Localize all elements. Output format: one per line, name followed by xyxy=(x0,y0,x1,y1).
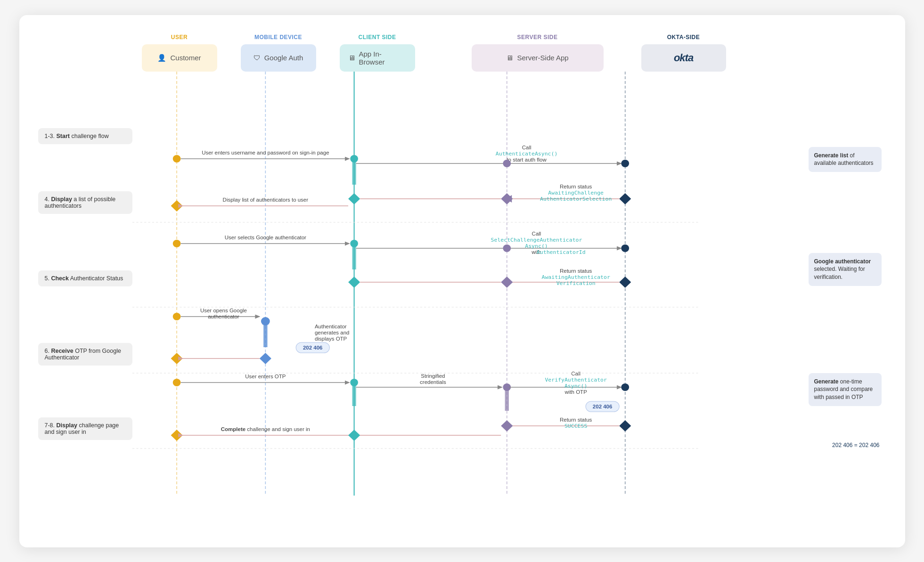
svg-rect-71 xyxy=(352,383,356,406)
actor-okta: okta xyxy=(641,44,726,72)
svg-text:to start auth flow: to start auth flow xyxy=(507,157,547,163)
svg-text:SUCCESS: SUCCESS xyxy=(564,423,587,429)
server-app-label: Server-Side App xyxy=(517,54,568,62)
actor-server-app: 🖥 Server-Side App xyxy=(472,44,604,72)
svg-text:AwaitingChallenge: AwaitingChallenge xyxy=(548,190,604,196)
svg-text:202 406: 202 406 xyxy=(303,345,322,350)
svg-point-67 xyxy=(172,379,180,386)
svg-text:AuthenticatorId: AuthenticatorId xyxy=(536,249,585,255)
diagram-area: Generate list of available authenticator… xyxy=(132,72,886,496)
app-browser-icon: 🖥 xyxy=(348,54,355,62)
lane-label-mobile: MOBILE DEVICE xyxy=(241,34,316,41)
actor-app-browser: 🖥 App In-Browser xyxy=(340,44,415,72)
svg-point-8 xyxy=(172,155,180,163)
svg-marker-85 xyxy=(619,420,631,432)
svg-marker-25 xyxy=(348,193,360,204)
svg-text:displays OTP: displays OTP xyxy=(314,336,346,342)
svg-text:Async(): Async() xyxy=(564,383,587,389)
annotation-2: Google authenticator selected. Waiting f… xyxy=(809,253,882,286)
svg-text:Complete challenge and sign us: Complete challenge and sign user in xyxy=(221,426,310,432)
svg-text:Return status: Return status xyxy=(559,417,592,423)
svg-rect-76 xyxy=(505,387,508,411)
actors-row: 👤 Customer 🛡 Google Auth 🖥 App In-Browse… xyxy=(142,44,886,72)
svg-text:generates and: generates and xyxy=(314,330,349,335)
svg-text:with OTP: with OTP xyxy=(564,389,587,395)
annotation-1: Generate list of available authenticator… xyxy=(809,147,882,172)
svg-text:with: with xyxy=(531,249,541,255)
step-5: 5. Check Authenticator Status xyxy=(38,270,132,286)
svg-marker-64 xyxy=(171,353,182,364)
lane-label-client: CLIENT SIDE xyxy=(340,34,415,41)
svg-text:SelectChallengeAuthenticator: SelectChallengeAuthenticator xyxy=(491,237,582,243)
svg-rect-62 xyxy=(296,342,329,353)
svg-point-32 xyxy=(172,240,180,247)
lanes-header: USER MOBILE DEVICE CLIENT SIDE SERVER SI… xyxy=(142,34,886,41)
okta-equation: 202 406 = 202 406 xyxy=(832,442,879,448)
svg-text:Stringified: Stringified xyxy=(421,373,445,379)
svg-point-34 xyxy=(350,240,358,247)
svg-point-75 xyxy=(503,383,511,391)
step-6-number: 6. xyxy=(45,348,49,354)
step-6-bold: Receive xyxy=(51,348,73,354)
step-6: 6. Receive OTP from Google Authenticator xyxy=(38,343,132,366)
ann2-rest: selected. Waiting for verification. xyxy=(814,266,865,280)
svg-rect-83 xyxy=(586,401,619,412)
svg-text:AuthenticatorSelection: AuthenticatorSelection xyxy=(540,196,612,202)
step-5-number: 5. xyxy=(45,275,49,282)
diagram-container: USER MOBILE DEVICE CLIENT SIDE SERVER SI… xyxy=(19,15,905,547)
svg-text:AuthenticateAsync(): AuthenticateAsync() xyxy=(495,151,557,157)
svg-point-39 xyxy=(621,244,629,252)
svg-text:authenticator: authenticator xyxy=(208,314,239,319)
svg-text:VerifyAuthenticator: VerifyAuthenticator xyxy=(545,377,607,383)
svg-text:202 406: 202 406 xyxy=(592,404,612,409)
step-5-bold: Check xyxy=(51,275,69,282)
svg-text:Call: Call xyxy=(571,371,581,376)
svg-marker-65 xyxy=(259,353,271,364)
svg-marker-87 xyxy=(501,420,513,432)
actor-customer: 👤 Customer xyxy=(142,44,217,72)
svg-point-10 xyxy=(350,155,358,163)
svg-text:Async(): Async() xyxy=(525,243,548,249)
step-4-bold: Display xyxy=(51,196,72,203)
svg-marker-47 xyxy=(501,277,513,288)
annotation-3: Generate one-time password and compare w… xyxy=(809,373,882,406)
svg-point-78 xyxy=(621,383,629,391)
svg-text:User selects Google authentica: User selects Google authenticator xyxy=(224,235,306,240)
svg-rect-58 xyxy=(263,321,267,347)
svg-marker-45 xyxy=(619,277,631,288)
svg-point-53 xyxy=(172,313,180,320)
okta-label: okta xyxy=(674,52,693,64)
svg-text:Display list of authenticators: Display list of authenticators to user xyxy=(222,197,308,203)
svg-marker-90 xyxy=(171,430,182,441)
step-7-8-bold: Display xyxy=(57,422,77,429)
svg-text:User enters username and passw: User enters username and password on sig… xyxy=(202,150,329,155)
main-content: 1-3. Start challenge flow 4. Display a l… xyxy=(38,72,886,496)
step-1-3: 1-3. Start challenge flow xyxy=(38,128,132,144)
svg-point-57 xyxy=(261,317,270,326)
actor-google-auth: 🛡 Google Auth xyxy=(241,44,316,72)
svg-text:User opens Google: User opens Google xyxy=(200,308,246,313)
ann3-bold: Generate xyxy=(814,378,839,385)
svg-marker-92 xyxy=(348,430,360,441)
svg-text:credentials: credentials xyxy=(420,379,446,385)
svg-marker-22 xyxy=(506,195,512,203)
svg-text:Call: Call xyxy=(522,145,531,150)
step-4-number: 4. xyxy=(45,196,49,203)
svg-text:Call: Call xyxy=(532,231,541,236)
server-app-icon: 🖥 xyxy=(506,54,513,62)
customer-label: Customer xyxy=(170,54,201,62)
steps-sidebar: 1-3. Start challenge flow 4. Display a l… xyxy=(38,72,132,496)
svg-text:Verification: Verification xyxy=(556,280,595,286)
svg-marker-23 xyxy=(501,193,513,204)
svg-point-69 xyxy=(350,379,358,386)
svg-marker-29 xyxy=(171,200,182,212)
app-browser-label: App In-Browser xyxy=(359,50,407,66)
step-4: 4. Display a list of possible authentica… xyxy=(38,191,132,214)
customer-icon: 👤 xyxy=(157,54,166,62)
google-auth-label: Google Auth xyxy=(264,54,303,62)
svg-marker-49 xyxy=(348,277,360,288)
ann2-bold: Google authenticator xyxy=(814,258,871,265)
svg-text:User enters OTP: User enters OTP xyxy=(245,374,286,379)
svg-point-14 xyxy=(621,160,629,167)
google-auth-icon: 🛡 xyxy=(253,54,261,62)
